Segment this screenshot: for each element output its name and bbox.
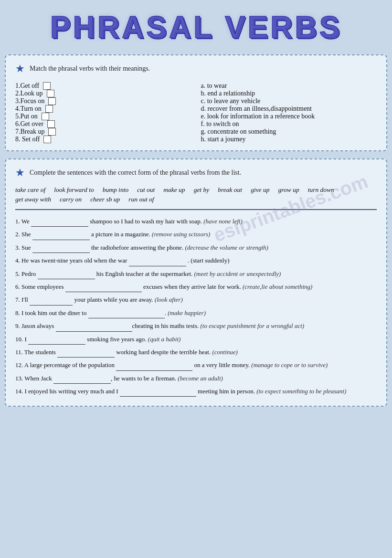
list-item: 12. A large percentage of the population… <box>15 359 377 370</box>
list-item: 8. I took him out the diner to . (make h… <box>15 307 377 318</box>
word-bank-item: make up <box>163 186 185 194</box>
sentences-list: 1. We shampoo so I had to wash my hair w… <box>15 216 377 397</box>
list-item: h. start a journey <box>201 136 377 143</box>
list-item: 4.Turn on <box>15 105 191 113</box>
checkbox-3[interactable] <box>48 97 56 105</box>
answer-blank-13[interactable] <box>53 376 111 384</box>
checkbox-8[interactable] <box>43 136 51 143</box>
section1-instruction-text: Match the phrasal verbs with their meani… <box>30 65 150 73</box>
list-item: 1. We shampoo so I had to wash my hair w… <box>15 216 377 227</box>
word-bank-item: cheer sb up <box>90 196 120 203</box>
checkbox-1[interactable] <box>43 82 51 90</box>
word-bank-item: get away with <box>15 196 51 203</box>
answer-blank-10[interactable] <box>28 337 85 345</box>
answer-blank-9[interactable] <box>56 324 132 332</box>
list-item: 5.Put on <box>15 113 191 120</box>
answer-blank-7[interactable] <box>30 298 73 305</box>
page-title-container: PHRASAL VERBS <box>5 5 387 54</box>
list-item: 1.Get off <box>15 82 191 90</box>
list-item: 8. Set off <box>15 136 191 143</box>
list-item: 11. The students working hard despite th… <box>15 347 377 358</box>
word-bank-item: grow up <box>278 186 299 194</box>
answer-blank-14[interactable] <box>120 389 196 397</box>
answer-blank-3[interactable] <box>32 245 90 253</box>
list-item: 6. Some employees excuses when they arri… <box>15 281 377 292</box>
list-item: 14. I enjoyed his writing very much and … <box>15 386 377 397</box>
word-bank-item: get by <box>194 186 210 194</box>
answer-blank-5[interactable] <box>38 272 95 279</box>
list-item: 7. I'll your plants while you are away. … <box>15 294 377 305</box>
answer-blank-6[interactable] <box>65 284 142 292</box>
answer-blank-1[interactable] <box>31 219 88 227</box>
word-bank-item: turn down <box>308 186 334 194</box>
checkbox-7[interactable] <box>48 128 56 136</box>
answer-blank-8[interactable] <box>88 311 165 318</box>
word-bank-item: carry on <box>60 196 82 203</box>
star-icon-2: ★ <box>15 167 25 179</box>
word-bank-item: bump into <box>103 186 128 194</box>
word-bank-item: look forward to <box>54 186 94 194</box>
verbs-column: 1.Get off 2.Look up 3.Focus on 4.Turn on… <box>15 82 191 143</box>
word-bank-item: give up <box>251 186 269 194</box>
answer-blank-2[interactable] <box>32 232 90 240</box>
answer-blank-11[interactable] <box>57 350 115 358</box>
word-bank-item: run out of <box>128 196 154 203</box>
list-item: 2. She a picture in a magazine. (remove … <box>15 229 377 240</box>
section1-box: ★ Match the phrasal verbs with their mea… <box>5 54 387 151</box>
list-item: 2.Look up <box>15 90 191 97</box>
list-item: 5. Pedro his English teacher at the supe… <box>15 268 377 279</box>
list-item: a. to wear <box>201 82 377 90</box>
star-icon: ★ <box>15 63 25 75</box>
word-bank-item: take care of <box>15 186 45 194</box>
section2-instruction-text: Complete the sentences with the correct … <box>30 169 241 177</box>
list-item: 9. Jason always cheating in his maths te… <box>15 320 377 331</box>
list-item: 13. When Jack , he wants to be a fireman… <box>15 373 377 384</box>
match-grid: 1.Get off 2.Look up 3.Focus on 4.Turn on… <box>15 82 377 143</box>
meanings-column: a. to wear b. end a relationship c. to l… <box>201 82 377 143</box>
section1-instruction: ★ Match the phrasal verbs with their mea… <box>15 63 377 75</box>
word-bank-item: break out <box>218 186 242 194</box>
list-item: e. look for information in a reference b… <box>201 113 377 120</box>
section2-box: ★ Complete the sentences with the correc… <box>5 158 387 407</box>
checkbox-6[interactable] <box>47 120 55 128</box>
page-title: PHRASAL VERBS <box>5 10 387 45</box>
list-item: g. concentrate on something <box>201 128 377 136</box>
list-item: 10. I smoking five years ago. (quit a ha… <box>15 334 377 345</box>
word-bank: take care of look forward to bump into c… <box>15 186 377 203</box>
list-item: 7.Break up <box>15 128 191 136</box>
divider <box>15 209 377 210</box>
word-bank-item: cut out <box>137 186 155 194</box>
answer-blank-4[interactable] <box>129 259 186 266</box>
list-item: 4. He was twent-nine years old when the … <box>15 255 377 266</box>
list-item: 3.Focus on <box>15 97 191 105</box>
list-item: f. to switch on <box>201 120 377 128</box>
list-item: 6.Get over <box>15 120 191 128</box>
list-item: b. end a relationship <box>201 90 377 97</box>
section2-instruction: ★ Complete the sentences with the correc… <box>15 167 377 179</box>
list-item: c. to leave any vehicle <box>201 97 377 105</box>
checkbox-5[interactable] <box>42 113 49 120</box>
checkbox-2[interactable] <box>47 90 54 97</box>
list-item: d. recover from an illness,disappointmen… <box>201 105 377 113</box>
checkbox-4[interactable] <box>45 105 53 113</box>
answer-blank-12[interactable] <box>116 363 192 371</box>
list-item: 3. Sue the radiobefore answering the pho… <box>15 242 377 253</box>
